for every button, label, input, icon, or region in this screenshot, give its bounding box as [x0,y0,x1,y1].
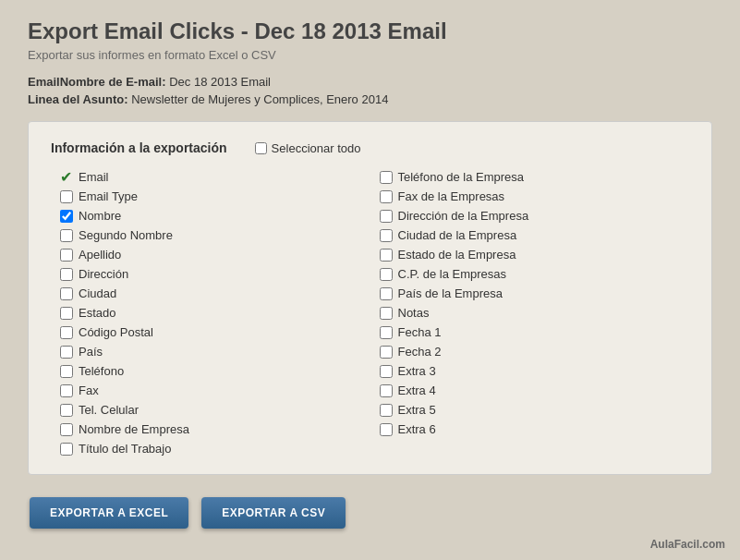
checkbox-label-direccion_empresa: Dirección de la Empresa [398,209,529,223]
checkbox-label-estado: Estado [79,306,115,320]
checkbox-item-extra5[interactable]: Extra 5 [380,403,690,417]
checkbox-codigo_postal[interactable] [60,326,73,339]
checkbox-item-ciudad_empresa[interactable]: Ciudad de la Empresa [380,228,690,242]
checkbox-extra6[interactable] [380,423,393,436]
export-section-title: Información a la exportación [51,140,227,155]
checkbox-label-pais: País [79,345,103,359]
checkbox-item-extra3[interactable]: Extra 3 [380,364,690,378]
checkbox-estado[interactable] [60,307,73,320]
checkbox-label-fecha2: Fecha 2 [398,345,442,359]
page-title: Export Email Clicks - Dec 18 2013 Email [28,18,712,44]
checkbox-item-extra4[interactable]: Extra 4 [380,383,690,397]
checkbox-item-nombre[interactable]: Nombre [60,209,370,223]
right-checkbox-col: Teléfono de la EmpresaFax de la Empresas… [370,170,690,456]
checkbox-item-notas[interactable]: Notas [380,306,690,320]
checkbox-label-extra5: Extra 5 [398,403,436,417]
checkbox-label-nombre_empresa: Nombre de Empresa [79,422,189,436]
checkbox-item-apellido[interactable]: Apellido [60,248,370,262]
checkbox-item-email_type[interactable]: Email Type [60,189,370,203]
checkbox-fecha2[interactable] [380,346,393,359]
checkbox-item-estado_empresa[interactable]: Estado de la Empresa [380,248,690,262]
checkbox-label-titulo_trabajo: Título del Trabajo [79,442,171,456]
checkbox-extra4[interactable] [380,384,393,397]
checkbox-item-tel_celular[interactable]: Tel. Celular [60,403,370,417]
checkbox-label-telefono_empresa: Teléfono de la Empresa [398,170,525,184]
checkbox-label-codigo_postal: Código Postal [79,325,153,339]
checkbox-label-segundo_nombre: Segundo Nombre [79,228,173,242]
checkbox-item-email[interactable]: ✔Email [60,170,370,184]
checkbox-label-extra6: Extra 6 [398,422,436,436]
checkbox-pais[interactable] [60,346,73,359]
checkbox-nombre_empresa[interactable] [60,423,73,436]
select-all-label[interactable]: Seleccionar todo [255,141,361,155]
checkbox-label-cp_empresa: C.P. de la Empresas [398,267,507,281]
checkbox-item-nombre_empresa[interactable]: Nombre de Empresa [60,422,370,436]
checkbox-item-telefono_empresa[interactable]: Teléfono de la Empresa [380,170,690,184]
checkbox-extra3[interactable] [380,365,393,378]
checkbox-item-pais[interactable]: País [60,345,370,359]
checkbox-label-tel_celular: Tel. Celular [79,403,139,417]
checkbox-label-ciudad_empresa: Ciudad de la Empresa [398,228,517,242]
checkbox-label-notas: Notas [398,306,430,320]
green-check-icon: ✔ [60,171,73,184]
checkbox-pais_empresa[interactable] [380,287,393,300]
checkbox-fax[interactable] [60,384,73,397]
checkbox-item-telefono[interactable]: Teléfono [60,364,370,378]
checkbox-item-codigo_postal[interactable]: Código Postal [60,325,370,339]
checkbox-item-estado[interactable]: Estado [60,306,370,320]
export-box: Información a la exportación Seleccionar… [28,121,712,475]
checkbox-label-pais_empresa: País de la Empresa [398,286,503,300]
export-csv-button[interactable]: EXPORTAR A CSV [201,497,346,529]
export-box-header: Información a la exportación Seleccionar… [51,140,689,155]
export-excel-button[interactable]: EXPORTAR A EXCEL [30,497,188,529]
checkbox-item-pais_empresa[interactable]: País de la Empresa [380,286,690,300]
checkbox-label-apellido: Apellido [79,248,121,262]
checkbox-extra5[interactable] [380,404,393,417]
checkbox-item-direccion_empresa[interactable]: Dirección de la Empresa [380,209,690,223]
checkbox-item-segundo_nombre[interactable]: Segundo Nombre [60,228,370,242]
subject-meta-value: Newsletter de Mujeres y Complices, Enero… [131,92,388,106]
checkbox-item-extra6[interactable]: Extra 6 [380,422,690,436]
checkbox-label-ciudad: Ciudad [79,286,116,300]
checkbox-item-fecha1[interactable]: Fecha 1 [380,325,690,339]
checkbox-item-titulo_trabajo[interactable]: Título del Trabajo [60,442,370,456]
email-meta-value: Dec 18 2013 Email [169,75,271,89]
checkbox-label-nombre: Nombre [79,209,121,223]
checkbox-segundo_nombre[interactable] [60,229,73,242]
checkbox-label-fecha1: Fecha 1 [398,325,442,339]
checkbox-label-fax_empresa: Fax de la Empresas [398,189,505,203]
checkbox-notas[interactable] [380,307,393,320]
checkbox-label-direccion: Dirección [79,267,128,281]
checkbox-cp_empresa[interactable] [380,268,393,281]
checkbox-label-estado_empresa: Estado de la Empresa [398,248,516,262]
checkbox-telefono_empresa[interactable] [380,171,393,184]
checkbox-titulo_trabajo[interactable] [60,443,73,456]
checkbox-item-fax[interactable]: Fax [60,383,370,397]
checkbox-ciudad[interactable] [60,287,73,300]
checkbox-item-fecha2[interactable]: Fecha 2 [380,345,690,359]
checkbox-email_type[interactable] [60,190,73,203]
checkbox-tel_celular[interactable] [60,404,73,417]
checkbox-apellido[interactable] [60,249,73,262]
checkbox-item-cp_empresa[interactable]: C.P. de la Empresas [380,267,690,281]
checkbox-label-extra3: Extra 3 [398,364,436,378]
checkbox-nombre[interactable] [60,210,73,223]
checkbox-columns: ✔EmailEmail TypeNombreSegundo NombreApel… [51,170,689,456]
checkbox-estado_empresa[interactable] [380,249,393,262]
checkbox-item-fax_empresa[interactable]: Fax de la Empresas [380,189,690,203]
checkbox-direccion_empresa[interactable] [380,210,393,223]
checkbox-fecha1[interactable] [380,326,393,339]
checkbox-item-ciudad[interactable]: Ciudad [60,286,370,300]
checkbox-label-extra4: Extra 4 [398,383,436,397]
checkbox-ciudad_empresa[interactable] [380,229,393,242]
checkbox-direccion[interactable] [60,268,73,281]
page-subtitle: Exportar sus informes en formato Excel o… [28,48,712,62]
buttons-row: EXPORTAR A EXCEL EXPORTAR A CSV [28,497,712,529]
subject-meta-label: Linea del Asunto: [28,92,128,106]
checkbox-fax_empresa[interactable] [380,190,393,203]
checkbox-telefono[interactable] [60,365,73,378]
checkbox-label-email_type: Email Type [79,189,138,203]
select-all-checkbox[interactable] [255,142,267,154]
footer-brand: AulaFacil.com [650,538,725,551]
checkbox-item-direccion[interactable]: Dirección [60,267,370,281]
